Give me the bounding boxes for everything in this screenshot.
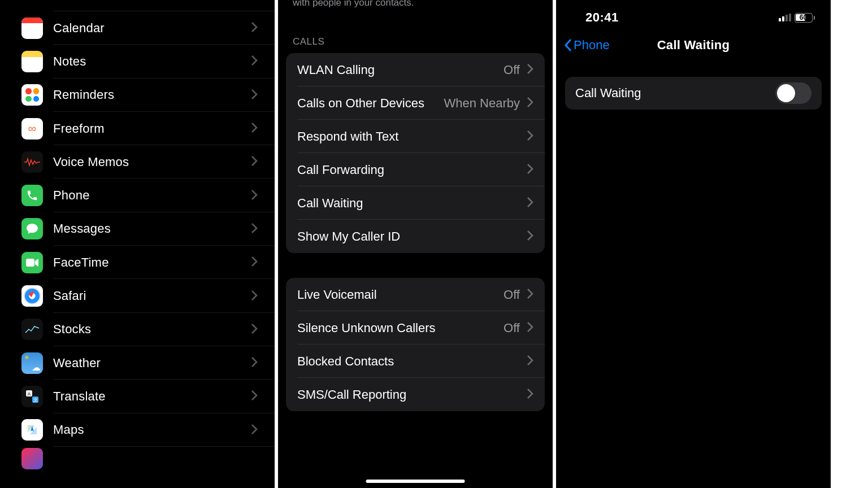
- chevron-right-icon: [251, 187, 258, 204]
- row-label: Call Waiting: [297, 196, 527, 211]
- call-waiting-row[interactable]: Call Waiting: [286, 186, 545, 220]
- status-bar: 20:41 60: [556, 0, 831, 30]
- cellular-signal-icon: [779, 14, 791, 21]
- settings-row-voice-memos[interactable]: Voice Memos: [0, 145, 275, 178]
- messages-icon: [21, 218, 43, 239]
- silence-unknown-callers-row[interactable]: Silence Unknown Callers Off: [286, 311, 545, 345]
- wlan-calling-row[interactable]: WLAN Calling Off: [286, 53, 545, 86]
- back-button[interactable]: Phone: [564, 38, 610, 53]
- row-value: Off: [504, 63, 520, 77]
- row-label: Respond with Text: [297, 129, 527, 144]
- settings-row-label: Reminders: [53, 88, 251, 102]
- settings-row-label: Calendar: [53, 21, 251, 36]
- calendar-icon: [21, 18, 43, 39]
- chevron-right-icon: [527, 286, 533, 303]
- notes-icon: [21, 51, 43, 72]
- settings-row-notes[interactable]: Notes: [0, 45, 275, 78]
- settings-row-maps[interactable]: Maps: [0, 413, 275, 447]
- calls-on-other-devices-row[interactable]: Calls on Other Devices When Nearby: [286, 86, 545, 120]
- settings-row-label: FaceTime: [53, 255, 251, 270]
- chevron-right-icon: [251, 86, 258, 104]
- chevron-right-icon: [527, 194, 533, 212]
- settings-row-weather[interactable]: Weather: [0, 346, 275, 380]
- settings-row-calendar[interactable]: Calendar: [0, 11, 275, 45]
- sms-call-reporting-row[interactable]: SMS/Call Reporting: [286, 378, 545, 411]
- nav-title: Call Waiting: [657, 38, 730, 53]
- call-waiting-group: Call Waiting: [565, 77, 822, 110]
- svg-rect-0: [26, 259, 34, 267]
- settings-row-label: Stocks: [53, 322, 251, 337]
- call-waiting-detail-pane: 20:41 60 Phone Call Waiting Call Waiting: [556, 0, 831, 488]
- settings-row-label: Messages: [53, 221, 251, 236]
- toggle-knob: [777, 84, 795, 102]
- shortcuts-icon: [21, 448, 43, 469]
- row-label: Blocked Contacts: [297, 354, 527, 369]
- chevron-right-icon: [251, 321, 258, 338]
- chevron-right-icon: [251, 19, 258, 37]
- chevron-right-icon: [251, 120, 258, 137]
- chevron-right-icon: [251, 287, 258, 305]
- reminders-icon: [21, 84, 43, 106]
- settings-list[interactable]: Calendar Notes Reminders ∞ Freeform Voic…: [0, 0, 275, 460]
- chevron-right-icon: [527, 61, 533, 79]
- chevron-right-icon: [527, 161, 533, 178]
- chevron-right-icon: [527, 386, 533, 403]
- translate-icon: A文: [21, 386, 43, 407]
- row-value: Off: [504, 287, 520, 302]
- safari-icon: [21, 285, 43, 307]
- battery-percentage: 60: [800, 14, 807, 21]
- settings-row-safari[interactable]: Safari: [0, 279, 275, 312]
- back-button-label: Phone: [574, 38, 610, 53]
- live-voicemail-row[interactable]: Live Voicemail Off: [286, 278, 545, 311]
- settings-row-label: Safari: [53, 289, 251, 303]
- toggle-label: Call Waiting: [575, 86, 775, 101]
- chevron-right-icon: [527, 228, 533, 245]
- chevron-right-icon: [251, 53, 258, 70]
- row-label: SMS/Call Reporting: [297, 387, 527, 402]
- settings-row-phone[interactable]: Phone: [0, 178, 275, 212]
- settings-row-freeform[interactable]: ∞ Freeform: [0, 112, 275, 145]
- call-forwarding-row[interactable]: Call Forwarding: [286, 153, 545, 186]
- freeform-icon: ∞: [21, 118, 43, 140]
- settings-row-reminders[interactable]: Reminders: [0, 79, 275, 112]
- chevron-right-icon: [251, 220, 258, 238]
- home-indicator[interactable]: [366, 480, 465, 483]
- blocked-contacts-row[interactable]: Blocked Contacts: [286, 345, 545, 378]
- settings-row-messages[interactable]: Messages: [0, 212, 275, 246]
- battery-icon: 60: [795, 13, 815, 23]
- settings-row-peek[interactable]: [0, 447, 275, 460]
- call-waiting-toggle[interactable]: [775, 82, 811, 104]
- voice-memos-icon: [21, 151, 43, 173]
- svg-text:A: A: [28, 391, 31, 396]
- call-waiting-toggle-row: Call Waiting: [565, 77, 822, 110]
- svg-text:文: 文: [33, 398, 38, 403]
- settings-row-label: Notes: [53, 54, 251, 69]
- settings-row-label: Freeform: [53, 121, 251, 136]
- phone-settings-pane: with people in your contacts. CALLS WLAN…: [278, 0, 553, 488]
- calls-section-header: CALLS: [278, 11, 553, 53]
- row-value: When Nearby: [444, 96, 520, 111]
- row-label: Live Voicemail: [297, 287, 504, 302]
- settings-row-facetime[interactable]: FaceTime: [0, 246, 275, 279]
- settings-row-translate[interactable]: A文 Translate: [0, 380, 275, 413]
- row-label: Call Forwarding: [297, 163, 527, 177]
- row-label: Silence Unknown Callers: [297, 321, 504, 336]
- show-my-caller-id-row[interactable]: Show My Caller ID: [286, 220, 545, 253]
- chevron-right-icon: [527, 319, 533, 337]
- maps-icon: [21, 419, 43, 441]
- chevron-right-icon: [527, 94, 533, 112]
- respond-with-text-row[interactable]: Respond with Text: [286, 120, 545, 153]
- settings-app-list-pane: Calendar Notes Reminders ∞ Freeform Voic…: [0, 0, 275, 488]
- row-label: Show My Caller ID: [297, 229, 527, 244]
- row-value: Off: [504, 321, 520, 336]
- chevron-right-icon: [251, 153, 258, 171]
- settings-row-label: Weather: [53, 356, 251, 371]
- nav-bar: Phone Call Waiting: [556, 30, 831, 60]
- weather-icon: [21, 352, 43, 374]
- chevron-right-icon: [251, 387, 258, 405]
- settings-row-label: Translate: [53, 389, 251, 404]
- chevron-right-icon: [251, 354, 258, 372]
- settings-row-stocks[interactable]: Stocks: [0, 313, 275, 346]
- phone-icon: [21, 185, 43, 206]
- settings-row-label: Maps: [53, 422, 251, 437]
